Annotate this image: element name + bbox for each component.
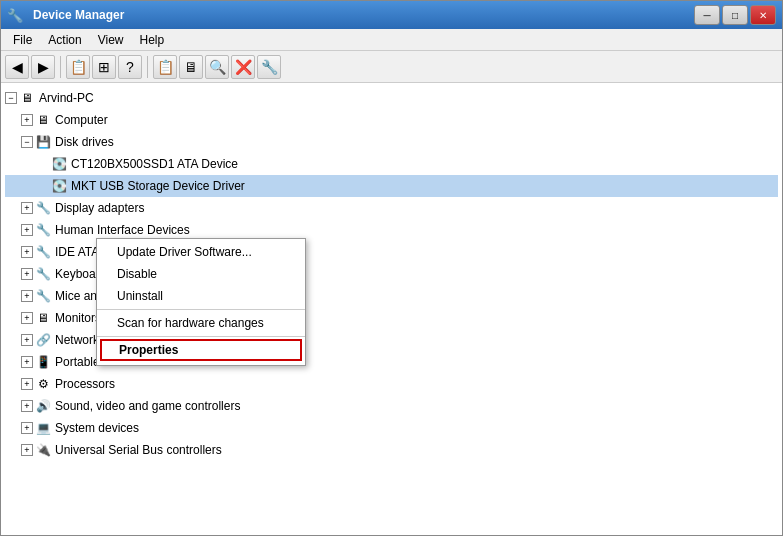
window-title: Device Manager — [33, 8, 124, 22]
expand-display[interactable]: + — [21, 202, 33, 214]
mkt-label: MKT USB Storage Device Driver — [71, 176, 245, 196]
system-icon — [35, 420, 51, 436]
expand-ide[interactable]: + — [21, 246, 33, 258]
minimize-button[interactable]: ─ — [694, 5, 720, 25]
title-bar: 🔧 Device Manager ─ □ ✕ — [1, 1, 782, 29]
tree-root[interactable]: − Arvind-PC — [5, 87, 778, 109]
forward-button[interactable]: ▶ — [31, 55, 55, 79]
ide-icon — [35, 244, 51, 260]
expand-hid[interactable]: + — [21, 224, 33, 236]
window-icon: 🔧 — [7, 7, 23, 23]
display-icon: 📋 — [157, 59, 174, 75]
expand-diskdrives[interactable]: − — [21, 136, 33, 148]
tree-item-sound[interactable]: + Sound, video and game controllers — [5, 395, 778, 417]
processors-icon — [35, 376, 51, 392]
settings-icon: 🔧 — [261, 59, 278, 75]
mice-icon — [35, 288, 51, 304]
monitors-label: Monitors — [55, 308, 101, 328]
display-button[interactable]: 📋 — [153, 55, 177, 79]
no-expand-mkt — [37, 180, 49, 192]
toolbar-separator-2 — [147, 56, 148, 78]
tree-item-diskdrives[interactable]: − Disk drives — [5, 131, 778, 153]
menu-help[interactable]: Help — [132, 31, 173, 49]
show-devices-button[interactable]: 🖥 — [179, 55, 203, 79]
tree-item-ct120[interactable]: CT120BX500SSD1 ATA Device — [5, 153, 778, 175]
help-button[interactable]: ? — [118, 55, 142, 79]
no-expand-ct120 — [37, 158, 49, 170]
menu-file[interactable]: File — [5, 31, 40, 49]
root-label: Arvind-PC — [39, 88, 94, 108]
diskdrives-icon — [35, 134, 51, 150]
tree-item-computer[interactable]: + Computer — [5, 109, 778, 131]
update-driver-button[interactable]: ⊞ — [92, 55, 116, 79]
usb-icon — [35, 442, 51, 458]
display-label: Display adapters — [55, 198, 144, 218]
expand-network[interactable]: + — [21, 334, 33, 346]
monitors-icon — [35, 310, 51, 326]
expand-usb[interactable]: + — [21, 444, 33, 456]
portable-icon — [35, 354, 51, 370]
ctx-separator-2 — [97, 336, 305, 337]
expand-computer[interactable]: + — [21, 114, 33, 126]
maximize-button[interactable]: □ — [722, 5, 748, 25]
properties-icon: 📋 — [70, 59, 87, 75]
expand-mice[interactable]: + — [21, 290, 33, 302]
hid-label: Human Interface Devices — [55, 220, 190, 240]
expand-sound[interactable]: + — [21, 400, 33, 412]
context-menu: Update Driver Software... Disable Uninst… — [96, 238, 306, 366]
expand-monitors[interactable]: + — [21, 312, 33, 324]
content-area: − Arvind-PC + Computer − Disk drives — [1, 83, 782, 535]
usb-label: Universal Serial Bus controllers — [55, 440, 222, 460]
menu-view[interactable]: View — [90, 31, 132, 49]
scan-icon: ❌ — [235, 59, 252, 75]
mkt-icon — [51, 178, 67, 194]
ctx-scan[interactable]: Scan for hardware changes — [97, 312, 305, 334]
scan-button[interactable]: ❌ — [231, 55, 255, 79]
ctx-update-driver[interactable]: Update Driver Software... — [97, 241, 305, 263]
computer-icon — [35, 112, 51, 128]
tree-item-system[interactable]: + System devices — [5, 417, 778, 439]
expand-root[interactable]: − — [5, 92, 17, 104]
back-icon: ◀ — [12, 59, 23, 75]
device-settings-button[interactable]: 🔧 — [257, 55, 281, 79]
title-buttons: ─ □ ✕ — [694, 5, 776, 25]
menu-action[interactable]: Action — [40, 31, 89, 49]
minimize-icon: ─ — [703, 10, 710, 21]
title-bar-left: 🔧 Device Manager — [7, 7, 124, 23]
root-icon — [19, 90, 35, 106]
update-icon: ⊞ — [98, 59, 110, 75]
help-icon: ? — [126, 59, 134, 75]
ctx-uninstall[interactable]: Uninstall — [97, 285, 305, 307]
tree-item-processors[interactable]: + Processors — [5, 373, 778, 395]
display-dev-icon — [35, 200, 51, 216]
maximize-icon: □ — [732, 10, 738, 21]
processors-label: Processors — [55, 374, 115, 394]
devices-icon: 🖥 — [184, 59, 198, 75]
tree-item-display[interactable]: + Display adapters — [5, 197, 778, 219]
ctx-properties[interactable]: Properties — [100, 339, 302, 361]
forward-icon: ▶ — [38, 59, 49, 75]
network-icon — [35, 332, 51, 348]
expand-keyboards[interactable]: + — [21, 268, 33, 280]
sound-icon — [35, 398, 51, 414]
expand-portable[interactable]: + — [21, 356, 33, 368]
hid-icon — [35, 222, 51, 238]
system-label: System devices — [55, 418, 139, 438]
resources-button[interactable]: 🔍 — [205, 55, 229, 79]
back-button[interactable]: ◀ — [5, 55, 29, 79]
sound-label: Sound, video and game controllers — [55, 396, 240, 416]
tree-item-usb[interactable]: + Universal Serial Bus controllers — [5, 439, 778, 461]
ctx-separator-1 — [97, 309, 305, 310]
device-manager-window: 🔧 Device Manager ─ □ ✕ File Action View … — [0, 0, 783, 536]
ctx-disable[interactable]: Disable — [97, 263, 305, 285]
close-button[interactable]: ✕ — [750, 5, 776, 25]
expand-processors[interactable]: + — [21, 378, 33, 390]
properties-button[interactable]: 📋 — [66, 55, 90, 79]
expand-system[interactable]: + — [21, 422, 33, 434]
tree-item-mkt[interactable]: MKT USB Storage Device Driver — [5, 175, 778, 197]
computer-label: Computer — [55, 110, 108, 130]
resources-icon: 🔍 — [209, 59, 226, 75]
keyboards-icon — [35, 266, 51, 282]
close-icon: ✕ — [759, 10, 767, 21]
toolbar: ◀ ▶ 📋 ⊞ ? 📋 🖥 🔍 ❌ 🔧 — [1, 51, 782, 83]
